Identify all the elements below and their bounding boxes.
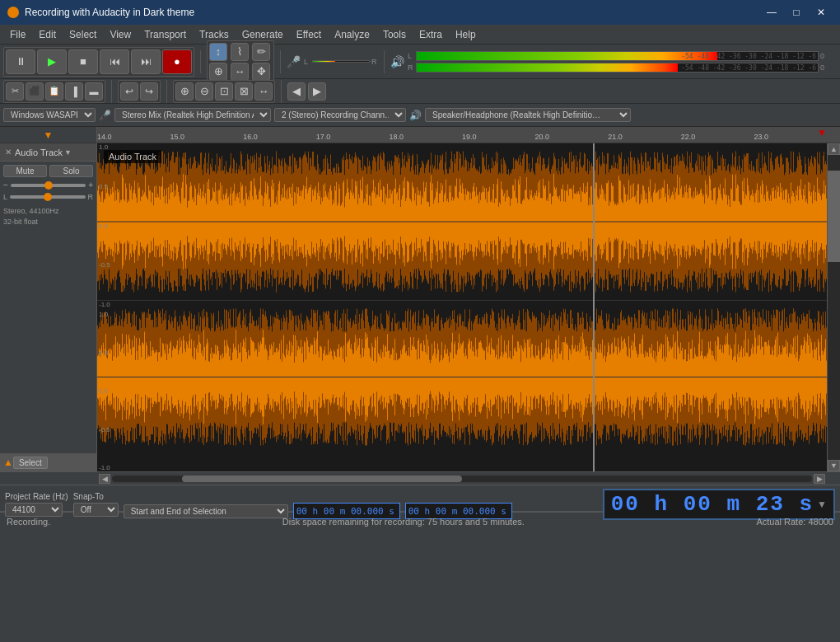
timeshift-tool-button[interactable]: ↔ — [231, 63, 249, 81]
project-rate-select[interactable]: 44100 — [5, 503, 63, 517]
track-panel: ✕ Audio Track ▼ Mute Solo − + L — [0, 143, 97, 471]
zoom-sel-button[interactable]: ⊠ — [235, 82, 253, 101]
skip-end-button[interactable]: ⏭ — [131, 49, 161, 74]
vu-l-label: L — [408, 52, 414, 60]
hscroll-left-button[interactable]: ◀ — [99, 474, 110, 484]
track-name: Audio Track — [15, 148, 63, 157]
envelope-tool-button[interactable]: ⌇ — [231, 43, 249, 61]
track-controls: Mute Solo − + L R — [0, 162, 96, 204]
menu-help[interactable]: Help — [449, 25, 483, 44]
trim-button[interactable]: ▐ — [65, 82, 83, 101]
timer-display-group: 00 h 00 m 23 s ▼ — [603, 489, 835, 520]
output-device-select[interactable]: Speaker/Headphone (Realtek High Definiti… — [425, 108, 631, 122]
draw-tool-button[interactable]: ✏ — [252, 43, 270, 61]
menu-file[interactable]: File — [3, 25, 32, 44]
menu-transport[interactable]: Transport — [138, 25, 193, 44]
timer-dropdown-button[interactable]: ▼ — [817, 499, 827, 510]
snap-right-button[interactable]: ▶ — [308, 82, 326, 101]
snap-toolbar: ◀ ▶ — [287, 82, 326, 101]
track-info: Stereo, 44100Hz 32-bit float — [0, 204, 96, 228]
gain-row: − + — [3, 180, 93, 190]
redo-button[interactable]: ↪ — [140, 82, 158, 101]
menu-view[interactable]: View — [103, 25, 138, 44]
waveform-area[interactable]: Audio Track 1.0 0.5 0.0 -0.5 -1.0 1.0 0.… — [97, 143, 827, 471]
zoom-in-button[interactable]: ⊕ — [175, 82, 194, 101]
tick-14: 14.0 — [97, 133, 112, 141]
vscroll-thumb[interactable] — [828, 171, 840, 262]
menu-tools[interactable]: Tools — [376, 25, 413, 44]
menu-select[interactable]: Select — [63, 25, 103, 44]
vscroll-track[interactable] — [828, 155, 840, 460]
snap-to-select[interactable]: Off — [73, 503, 119, 517]
minimize-button[interactable]: — — [759, 2, 784, 23]
vu-peak-r2: 0 — [820, 63, 837, 72]
time-start-group — [293, 490, 400, 519]
channels-select[interactable]: 2 (Stereo) Recording Chann… — [274, 108, 406, 122]
gain-plus-button[interactable]: + — [88, 180, 93, 190]
transport-toolbar: ⏸ ▶ ■ ⏮ ⏭ ● — [3, 47, 194, 77]
track-dropdown-icon[interactable]: ▼ — [64, 148, 72, 157]
close-button[interactable]: ✕ — [809, 2, 833, 23]
menu-extra[interactable]: Extra — [413, 25, 449, 44]
mute-button[interactable]: Mute — [3, 165, 47, 177]
selection-tool-button[interactable]: ↕ — [209, 43, 227, 61]
zoom-full-button[interactable]: ↔ — [254, 82, 273, 101]
timeline-scale[interactable]: 14.0 15.0 16.0 17.0 18.0 19.0 20.0 21.0 … — [97, 127, 827, 143]
vscroll-up-button[interactable]: ▲ — [828, 143, 840, 155]
input-device-select[interactable]: Stereo Mix (Realtek High Definition Audi… — [114, 108, 271, 122]
waveform-bottom-canvas — [97, 301, 827, 453]
vscroll-down-button[interactable]: ▼ — [828, 460, 840, 471]
maximize-button[interactable]: □ — [784, 2, 809, 23]
tick-18: 18.0 — [389, 133, 404, 141]
track-info-line1: Stereo, 44100Hz — [3, 206, 93, 217]
speaker-icon: 🔊 — [390, 55, 404, 68]
cut-button[interactable]: ✂ — [6, 82, 24, 101]
horizontal-scrollbar[interactable]: ◀ ▶ — [0, 471, 840, 485]
stop-button[interactable]: ■ — [68, 49, 98, 74]
tick-23: 23.0 — [754, 133, 768, 141]
solo-button[interactable]: Solo — [49, 165, 93, 177]
track-info-line2: 32-bit float — [3, 217, 93, 227]
zoom-tool-button[interactable]: ⊕ — [209, 63, 227, 81]
track-close-button[interactable]: ✕ — [3, 148, 13, 157]
undo-button[interactable]: ↩ — [120, 82, 138, 101]
menu-edit[interactable]: Edit — [32, 25, 63, 44]
mic-device-icon: 🎤 — [99, 110, 111, 121]
window-title: Recording with Audacity in Dark theme — [25, 7, 759, 18]
toolbar-section: ⏸ ▶ ■ ⏮ ⏭ ● ↕ ⌇ ✏ ⊕ ↔ ✥ 🎤 L R — [0, 45, 840, 127]
tick-17: 17.0 — [316, 133, 331, 141]
silence-button[interactable]: ▬ — [85, 82, 103, 101]
host-select[interactable]: Windows WASAPI — [3, 108, 96, 122]
tick-21: 21.0 — [608, 133, 623, 141]
vertical-scrollbar[interactable]: ▲ ▼ — [827, 143, 840, 471]
timeline-placeholder: ▼ — [44, 129, 54, 141]
gain-minus-button[interactable]: − — [3, 180, 8, 190]
play-button[interactable]: ▶ — [37, 49, 67, 74]
app-icon — [7, 6, 20, 19]
hscroll-thumb[interactable] — [182, 476, 462, 482]
hscroll-track[interactable] — [112, 476, 812, 482]
copy-button[interactable]: ⬛ — [26, 82, 44, 101]
track-expand-button[interactable]: ▲ — [3, 457, 13, 468]
snap-left-button[interactable]: ◀ — [287, 82, 306, 101]
record-button[interactable]: ● — [162, 49, 192, 74]
svg-point-0 — [7, 7, 19, 18]
pause-button[interactable]: ⏸ — [6, 49, 35, 74]
menu-effect[interactable]: Effect — [290, 25, 328, 44]
multi-tool-button[interactable]: ✥ — [252, 63, 270, 81]
gain-slider[interactable] — [11, 184, 86, 187]
mic-icon: 🎤 — [287, 55, 301, 68]
zoom-out-button[interactable]: ⊖ — [195, 82, 213, 101]
tick-19: 19.0 — [462, 133, 477, 141]
pan-knob — [44, 193, 52, 201]
speaker-device-icon: 🔊 — [409, 110, 422, 121]
zoom-fit-button[interactable]: ⊡ — [215, 82, 233, 101]
end-marker: ▼ — [817, 127, 827, 138]
paste-button[interactable]: 📋 — [45, 82, 63, 101]
hscroll-right-button[interactable]: ▶ — [814, 474, 825, 484]
menu-analyze[interactable]: Analyze — [328, 25, 376, 44]
pan-slider[interactable] — [10, 195, 85, 199]
select-button[interactable]: Select — [13, 457, 48, 469]
bottom-area: Project Rate (Hz) 44100 Snap-To Off Star… — [0, 485, 840, 512]
skip-start-button[interactable]: ⏮ — [100, 49, 129, 74]
